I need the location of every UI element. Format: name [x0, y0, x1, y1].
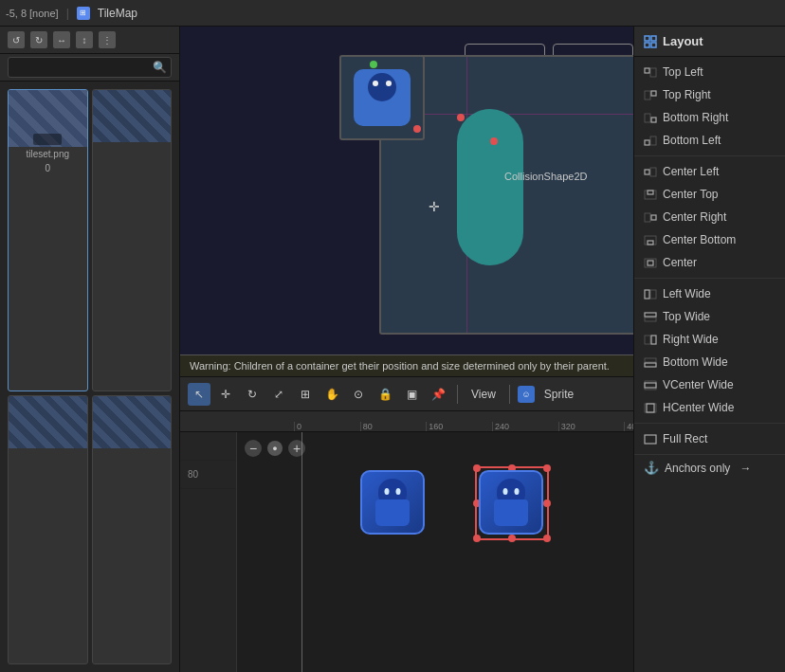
- layout-item-center-bottom[interactable]: Center Bottom: [634, 228, 785, 251]
- layout-item-full-rect[interactable]: Full Rect: [634, 427, 785, 450]
- sel-handle-bm[interactable]: [508, 535, 516, 542]
- flip-h-icon[interactable]: ↔: [53, 31, 70, 48]
- tile-item[interactable]: [8, 395, 88, 664]
- search-bar: 🔍: [0, 54, 179, 82]
- sprite-preview: [339, 55, 425, 140]
- toolbar-sep2: [509, 385, 510, 404]
- bottom-toolbar: ↖ ✛ ↻ ⤢ ⊞ ✋ ⊙ 🔒 ▣ 📌 View ☺ Sprite: [180, 377, 633, 411]
- sel-handle-bl[interactable]: [473, 535, 481, 542]
- layout-item-label: Bottom Wide: [663, 355, 728, 369]
- zoom-out-btn[interactable]: −: [245, 440, 262, 457]
- svg-rect-26: [651, 336, 656, 344]
- svg-rect-25: [645, 318, 656, 321]
- shape-handle-dot[interactable]: [490, 137, 498, 145]
- layout-item-label: Bottom Right: [663, 111, 728, 124]
- svg-rect-31: [645, 381, 656, 390]
- rotate-ccw-icon[interactable]: ↺: [8, 31, 25, 48]
- layout-item-label: Full Rect: [663, 432, 707, 445]
- layout-item-bottom-right[interactable]: Bottom Right: [634, 106, 785, 129]
- left-toolbar: ↺ ↻ ↔ ↕ ⋮: [0, 27, 179, 54]
- timeline-label-80: 80: [180, 461, 236, 489]
- sprite-anchor-red: [413, 125, 421, 133]
- sel-handle-tl[interactable]: [473, 464, 481, 472]
- zoom-in-btn[interactable]: +: [288, 440, 305, 457]
- transform-tool-btn[interactable]: ⊞: [294, 383, 317, 406]
- svg-rect-29: [645, 358, 656, 362]
- gi-eyes-2: [503, 488, 520, 495]
- layout-item-left-wide[interactable]: Left Wide: [634, 282, 785, 305]
- view-label[interactable]: View: [466, 388, 502, 401]
- svg-rect-9: [645, 114, 650, 122]
- timeline-controls: − ● +: [245, 440, 305, 457]
- layout-item-center-top[interactable]: Center Top: [634, 183, 785, 206]
- warning-text: Warning: Children of a container get the…: [190, 360, 610, 372]
- tile-preview: [93, 396, 172, 448]
- tile-preview: [9, 396, 87, 448]
- layout-item-vcenter-wide[interactable]: VCenter Wide: [634, 373, 785, 396]
- frame-btn[interactable]: ▣: [400, 383, 423, 406]
- timeline-area: 0 80 160 240 320 400 80 −: [180, 411, 633, 672]
- rotate-cw-icon[interactable]: ↻: [30, 31, 47, 48]
- svg-rect-32: [647, 404, 654, 412]
- pan-tool-btn[interactable]: ✋: [320, 383, 343, 406]
- ruler-mark-320: 320: [558, 422, 625, 431]
- sprite-label[interactable]: Sprite: [539, 388, 579, 401]
- layout-item-top-right[interactable]: Top Right: [634, 83, 785, 106]
- layout-item-center[interactable]: Center: [634, 251, 785, 274]
- layout-item-hcenter-wide[interactable]: HCenter Wide: [634, 396, 785, 419]
- svg-rect-16: [651, 215, 656, 220]
- svg-rect-7: [645, 91, 650, 100]
- timeline-sprite-2[interactable]: [479, 470, 543, 535]
- sel-handle-br[interactable]: [543, 535, 551, 542]
- more-icon[interactable]: ⋮: [99, 31, 116, 48]
- anchor-icon: ⚓: [644, 461, 659, 475]
- layout-title: Layout: [663, 34, 703, 48]
- tile-sublabel: 0: [9, 161, 87, 175]
- shape-handle-dot[interactable]: [457, 114, 465, 121]
- ruler-mark-80: 80: [360, 422, 427, 431]
- layout-item-bottom-wide[interactable]: Bottom Wide: [634, 351, 785, 373]
- timeline-cursor: [301, 432, 302, 672]
- layout-item-bottom-left[interactable]: Bottom Left: [634, 129, 785, 152]
- lock-btn[interactable]: 🔒: [374, 383, 396, 406]
- tilemap-label[interactable]: TileMap: [98, 7, 137, 20]
- svg-rect-10: [645, 140, 649, 145]
- sel-handle-tr[interactable]: [543, 464, 551, 472]
- svg-rect-3: [651, 43, 656, 47]
- godot-inner-2: [487, 479, 535, 526]
- select-tool-btn[interactable]: ↖: [188, 383, 210, 406]
- timeline-sprite-1[interactable]: [360, 470, 425, 535]
- anchor-top-wide-icon: [644, 312, 657, 322]
- gi-eyes: [385, 488, 401, 495]
- zoom-reset-btn[interactable]: ●: [267, 441, 283, 456]
- svg-rect-8: [651, 118, 656, 122]
- sel-handle-mr[interactable]: [543, 499, 551, 507]
- timeline-labels: 80: [180, 432, 237, 672]
- layout-item-right-wide[interactable]: Right Wide: [634, 328, 785, 351]
- anchor-vcenter-wide-icon: [644, 380, 657, 390]
- scale-tool-btn[interactable]: ⤢: [267, 383, 290, 406]
- tile-item[interactable]: tileset.png 0: [8, 89, 88, 391]
- tile-item[interactable]: [92, 395, 173, 664]
- layout-item-top-wide[interactable]: Top Wide: [634, 305, 785, 328]
- layout-panel-header: Layout: [634, 27, 785, 57]
- search-icon[interactable]: 🔍: [153, 61, 167, 74]
- ruler-mark-0: 0: [294, 422, 360, 431]
- pivot-btn[interactable]: ⊙: [347, 383, 370, 406]
- flip-v-icon[interactable]: ↕: [76, 31, 93, 48]
- move-tool-btn[interactable]: ✛: [214, 383, 237, 406]
- layout-item-center-left[interactable]: Center Left: [634, 160, 785, 183]
- tile-item[interactable]: [92, 89, 173, 391]
- layout-item-center-right[interactable]: Center Right: [634, 206, 785, 228]
- timeline-sprite-2-wrapper: [479, 470, 543, 535]
- layout-item-anchors-only[interactable]: ⚓ Anchors only →: [634, 455, 785, 482]
- layout-item-label: Center Right: [663, 210, 726, 224]
- snap-btn[interactable]: 📌: [427, 383, 449, 406]
- svg-rect-27: [645, 336, 650, 344]
- anchor-center-icon: [644, 258, 657, 268]
- layout-group-4: Full Rect: [634, 424, 785, 455]
- layout-item-top-left[interactable]: Top Left: [634, 61, 785, 83]
- svg-rect-2: [645, 43, 649, 47]
- rotate-tool-btn[interactable]: ↻: [241, 383, 264, 406]
- svg-rect-24: [645, 313, 656, 317]
